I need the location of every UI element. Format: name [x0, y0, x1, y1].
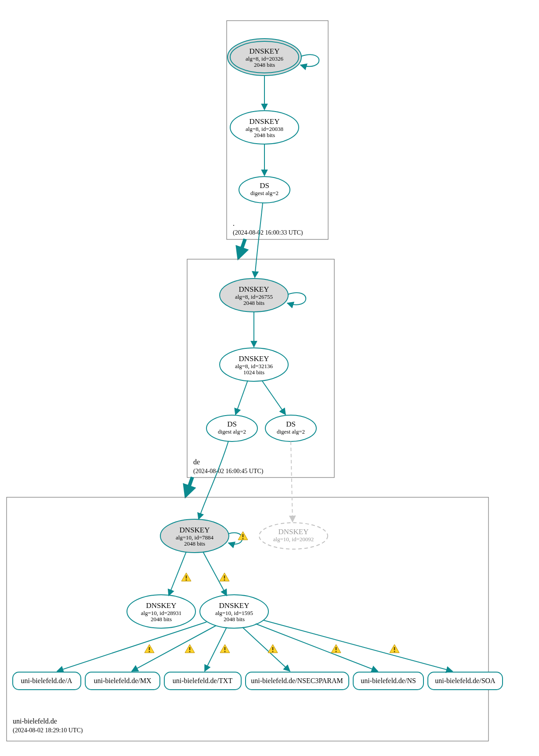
node-dnskey-uni-zsk2: DNSKEY alg=10, id=1595 2048 bits	[200, 595, 268, 628]
node-dnskey-uni-ghost: DNSKEY alg=10, id=20092	[259, 523, 328, 549]
edge-root-ds-to-de-ksk	[255, 203, 263, 278]
node-title: DS	[286, 420, 296, 428]
warning-icon	[268, 644, 278, 653]
edge-uni-ksk-to-zsk2	[203, 552, 227, 596]
rrset-label: uni-bielefeld.de/TXT	[173, 677, 233, 684]
node-sub1: digest alg=2	[277, 428, 305, 435]
edge-uni-ksk-to-zsk1	[169, 552, 186, 596]
node-title: DNSKEY	[250, 117, 280, 126]
warning-icon	[185, 644, 195, 653]
node-ds-de-1: DS digest alg=2	[206, 415, 257, 441]
warning-icon	[238, 532, 248, 540]
rrset-a: uni-bielefeld.de/A	[13, 672, 81, 690]
node-sub1: alg=8, id=32136	[235, 363, 273, 369]
edge-de-zsk-to-ds2	[262, 380, 286, 415]
node-ds-de-2: DS digest alg=2	[265, 415, 316, 441]
zone-name-root: .	[233, 220, 235, 227]
zone-name-de: de	[193, 458, 200, 466]
node-title: DNSKEY	[180, 526, 210, 534]
node-dnskey-root-ksk: DNSKEY alg=8, id=20326 2048 bits	[228, 39, 301, 76]
zone-time-de: (2024-08-02 16:00:45 UTC)	[193, 468, 264, 475]
zone-name-uni: uni-bielefeld.de	[13, 717, 57, 725]
delegation-de-to-uni	[186, 477, 192, 495]
node-sub1: digest alg=2	[250, 190, 279, 196]
warning-icon	[390, 644, 399, 653]
node-sub2: 2048 bits	[224, 616, 245, 622]
rrset-txt: uni-bielefeld.de/TXT	[164, 672, 241, 690]
node-sub1: alg=8, id=20038	[246, 126, 283, 132]
node-dnskey-de-ksk: DNSKEY alg=8, id=26755 2048 bits	[220, 279, 288, 312]
rrset-label: uni-bielefeld.de/SOA	[435, 677, 496, 684]
rrset-label: uni-bielefeld.de/A	[21, 677, 72, 684]
rrset-mx: uni-bielefeld.de/MX	[85, 672, 160, 690]
node-title: DNSKEY	[239, 354, 269, 363]
node-sub1: alg=10, id=1595	[215, 610, 253, 616]
node-dnskey-uni-zsk1: DNSKEY alg=10, id=28931 2048 bits	[127, 595, 195, 628]
rrset-label: uni-bielefeld.de/MX	[94, 677, 152, 684]
node-sub2: 2048 bits	[184, 540, 205, 547]
rrset-label: uni-bielefeld.de/NSEC3PARAM	[251, 677, 343, 684]
delegation-root-to-de	[239, 239, 245, 257]
node-sub1: alg=10, id=28931	[141, 610, 182, 616]
rrset-label: uni-bielefeld.de/NS	[361, 677, 416, 684]
rrset-ns: uni-bielefeld.de/NS	[353, 672, 423, 690]
node-ds-root: DS digest alg=2	[239, 177, 290, 203]
node-sub2: 2048 bits	[254, 61, 275, 68]
warning-icon	[220, 644, 230, 653]
node-dnskey-uni-ksk: DNSKEY alg=10, id=7884 2048 bits	[160, 519, 229, 553]
rrset-soa: uni-bielefeld.de/SOA	[428, 672, 503, 690]
node-dnskey-de-zsk: DNSKEY alg=8, id=32136 1024 bits	[220, 348, 288, 381]
warning-icon	[145, 644, 154, 653]
node-dnskey-root-zsk: DNSKEY alg=8, id=20038 2048 bits	[230, 111, 299, 144]
node-title: DNSKEY	[250, 47, 280, 55]
rrset-nsec3param: uni-bielefeld.de/NSEC3PARAM	[246, 672, 349, 690]
self-loop-root-ksk	[300, 54, 319, 66]
node-sub2: 2048 bits	[243, 300, 264, 306]
node-title: DNSKEY	[279, 528, 309, 536]
edge-de-zsk-to-ds1	[235, 380, 248, 415]
node-sub2: 1024 bits	[243, 369, 264, 376]
edge-zsk2-to-a	[57, 622, 206, 671]
self-loop-de-ksk	[287, 293, 306, 304]
edge-de-ds2-to-uni-ghost	[291, 441, 293, 522]
node-sub1: alg=10, id=7884	[176, 534, 214, 541]
node-title: DNSKEY	[239, 285, 269, 293]
warning-icon	[331, 644, 341, 653]
node-sub2: 2048 bits	[254, 132, 275, 138]
warning-icon	[181, 573, 191, 581]
edge-de-ds1-to-uni-ksk	[199, 441, 228, 519]
zone-time-uni: (2024-08-02 18:29:10 UTC)	[13, 727, 83, 734]
node-sub1: alg=8, id=20326	[246, 55, 284, 62]
node-title: DNSKEY	[146, 601, 177, 610]
node-sub1: alg=10, id=20092	[273, 536, 314, 543]
node-title: DS	[260, 181, 269, 190]
node-sub2: 2048 bits	[151, 616, 172, 622]
zone-time-root: (2024-08-02 16:00:33 UTC)	[233, 229, 303, 236]
node-sub1: digest alg=2	[218, 428, 246, 435]
node-sub1: alg=8, id=26755	[235, 293, 273, 300]
warning-icon	[220, 573, 229, 581]
node-title: DS	[227, 420, 237, 428]
node-title: DNSKEY	[219, 601, 250, 610]
